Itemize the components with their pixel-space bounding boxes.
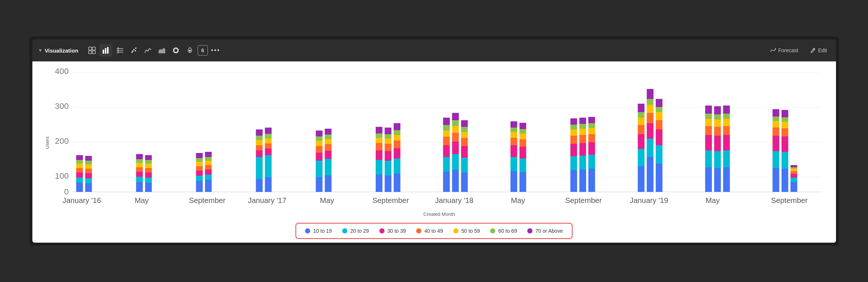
svg-text:January '17: January '17 bbox=[248, 196, 286, 204]
svg-rect-71 bbox=[205, 152, 212, 157]
svg-rect-220 bbox=[772, 151, 779, 168]
legend-label-10-19: 10 to 19 bbox=[313, 228, 332, 234]
number-icon[interactable]: 6 bbox=[198, 45, 208, 56]
svg-rect-99 bbox=[325, 129, 331, 135]
svg-rect-204 bbox=[705, 106, 712, 114]
svg-rect-187 bbox=[646, 113, 653, 123]
svg-rect-107 bbox=[385, 175, 391, 192]
scatter-icon[interactable] bbox=[128, 44, 140, 57]
svg-rect-1 bbox=[92, 47, 95, 50]
x-axis-label: Created Month bbox=[54, 211, 825, 217]
svg-rect-5 bbox=[105, 48, 106, 54]
svg-rect-183 bbox=[638, 104, 644, 112]
svg-rect-170 bbox=[588, 169, 595, 192]
more-options-icon[interactable]: ••• bbox=[209, 44, 222, 57]
legend-label-50-59: 50 to 59 bbox=[461, 228, 480, 234]
svg-rect-225 bbox=[772, 109, 779, 117]
svg-rect-101 bbox=[376, 160, 382, 175]
svg-rect-238 bbox=[790, 167, 797, 169]
svg-rect-178 bbox=[638, 149, 644, 166]
svg-rect-68 bbox=[205, 165, 212, 169]
line-chart-icon[interactable] bbox=[142, 44, 154, 57]
chevron-icon[interactable]: ▼ bbox=[38, 48, 43, 53]
forecast-icon bbox=[770, 47, 776, 53]
svg-rect-212 bbox=[723, 167, 730, 192]
svg-rect-229 bbox=[781, 128, 788, 136]
area-chart-icon[interactable] bbox=[156, 44, 168, 57]
svg-rect-97 bbox=[325, 139, 331, 144]
svg-rect-146 bbox=[510, 132, 517, 138]
svg-rect-174 bbox=[588, 128, 595, 134]
svg-rect-88 bbox=[316, 153, 322, 161]
chart-inner: 400 300 200 100 0 bbox=[54, 69, 825, 217]
chart-area: Users 400 300 200 100 0 bbox=[43, 69, 825, 217]
bar-chart-icon[interactable] bbox=[100, 44, 112, 57]
chart-container: Users 400 300 200 100 0 bbox=[32, 61, 836, 243]
svg-rect-215 bbox=[723, 126, 730, 135]
svg-rect-112 bbox=[385, 134, 391, 139]
svg-rect-72 bbox=[256, 179, 262, 192]
svg-text:May: May bbox=[705, 196, 720, 204]
svg-rect-154 bbox=[519, 129, 526, 133]
svg-rect-48 bbox=[136, 163, 142, 167]
svg-rect-210 bbox=[714, 114, 720, 119]
svg-rect-133 bbox=[452, 120, 458, 126]
legend-dot-orange bbox=[416, 228, 421, 233]
svg-rect-44 bbox=[136, 182, 142, 192]
svg-rect-116 bbox=[393, 148, 400, 158]
svg-rect-171 bbox=[588, 155, 595, 169]
svg-rect-235 bbox=[790, 174, 797, 178]
svg-text:May: May bbox=[511, 196, 525, 204]
svg-rect-168 bbox=[579, 124, 586, 129]
legend-dot-blue bbox=[305, 228, 310, 233]
svg-rect-233 bbox=[790, 182, 797, 192]
svg-rect-98 bbox=[325, 135, 331, 139]
donut-icon[interactable] bbox=[170, 44, 182, 57]
svg-rect-74 bbox=[256, 150, 262, 157]
svg-rect-181 bbox=[638, 118, 644, 125]
svg-point-14 bbox=[132, 50, 134, 52]
svg-rect-169 bbox=[579, 118, 586, 124]
svg-rect-73 bbox=[256, 157, 262, 179]
edit-button[interactable]: Edit bbox=[807, 46, 830, 55]
svg-rect-118 bbox=[393, 135, 400, 140]
visualization-label: Visualization bbox=[45, 47, 78, 54]
svg-rect-102 bbox=[376, 150, 382, 160]
table-icon[interactable] bbox=[86, 44, 98, 57]
svg-rect-119 bbox=[393, 130, 400, 135]
legend-item-60-69: 60 to 69 bbox=[490, 228, 517, 234]
chart-svg-wrap: 400 300 200 100 0 bbox=[54, 69, 825, 210]
svg-rect-152 bbox=[519, 139, 526, 147]
edit-icon bbox=[810, 47, 816, 53]
svg-rect-202 bbox=[705, 119, 712, 126]
svg-rect-150 bbox=[519, 158, 526, 172]
svg-point-13 bbox=[135, 47, 137, 49]
svg-rect-186 bbox=[646, 123, 653, 139]
svg-rect-228 bbox=[781, 136, 788, 152]
svg-rect-4 bbox=[103, 50, 104, 54]
svg-rect-206 bbox=[714, 151, 720, 168]
svg-rect-165 bbox=[579, 143, 586, 156]
svg-rect-184 bbox=[646, 157, 653, 192]
svg-rect-122 bbox=[443, 157, 450, 172]
svg-point-17 bbox=[174, 48, 178, 53]
svg-rect-93 bbox=[325, 175, 331, 192]
svg-rect-141 bbox=[461, 120, 468, 127]
svg-rect-142 bbox=[510, 171, 517, 192]
map-icon[interactable] bbox=[184, 44, 196, 57]
svg-rect-50 bbox=[136, 154, 142, 159]
svg-rect-30 bbox=[76, 183, 83, 192]
svg-rect-132 bbox=[452, 126, 458, 133]
svg-rect-89 bbox=[316, 146, 322, 153]
svg-rect-81 bbox=[265, 149, 271, 155]
svg-rect-208 bbox=[714, 127, 720, 136]
forecast-button[interactable]: Forecast bbox=[767, 46, 801, 55]
svg-rect-201 bbox=[705, 126, 712, 135]
pivot-icon[interactable] bbox=[114, 44, 126, 57]
svg-rect-31 bbox=[76, 178, 83, 183]
svg-rect-232 bbox=[781, 110, 788, 117]
svg-rect-94 bbox=[325, 159, 331, 175]
svg-rect-166 bbox=[579, 135, 586, 143]
svg-rect-78 bbox=[256, 129, 262, 136]
svg-rect-6 bbox=[107, 47, 109, 54]
